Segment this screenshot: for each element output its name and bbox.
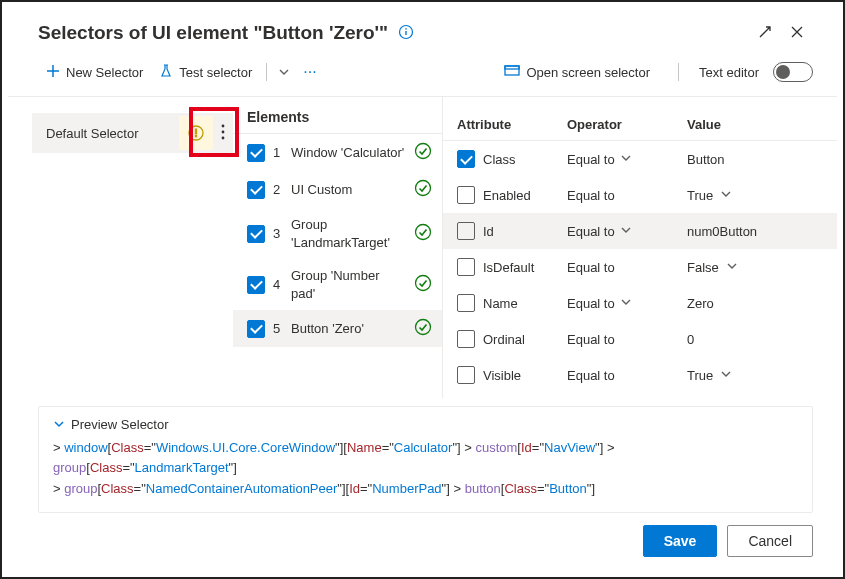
checkbox[interactable] [247, 225, 265, 243]
attribute-value: Zero [687, 296, 714, 311]
check-ok-icon [414, 318, 432, 339]
checkbox[interactable] [247, 144, 265, 162]
element-index: 4 [273, 277, 283, 292]
attribute-row[interactable]: VisibleEqual toTrue [443, 357, 837, 393]
test-selector-chevron[interactable] [273, 56, 295, 88]
dialog-title: Selectors of UI element "Button 'Zero'" [38, 22, 388, 44]
preview-selector-text: > window[Class="Windows.UI.Core.CoreWind… [53, 438, 798, 500]
element-row[interactable]: 2UI Custom [233, 171, 442, 208]
elements-heading: Elements [233, 109, 442, 134]
preview-selector-toggle[interactable]: Preview Selector [53, 417, 798, 432]
selector-item-default[interactable]: Default Selector [32, 113, 233, 153]
checkbox[interactable] [247, 276, 265, 294]
save-button[interactable]: Save [643, 525, 718, 557]
element-label: UI Custom [291, 181, 406, 199]
operator-value: Equal to [567, 368, 615, 383]
preview-selector-heading: Preview Selector [71, 417, 169, 432]
attribute-name: Name [483, 296, 518, 311]
attribute-row[interactable]: EnabledEqual toTrue [443, 177, 837, 213]
close-icon[interactable] [781, 25, 813, 42]
svg-rect-1 [405, 31, 406, 35]
element-row[interactable]: 5Button 'Zero' [233, 310, 442, 347]
svg-rect-2 [405, 28, 406, 29]
operator-value: Equal to [567, 152, 615, 167]
text-editor-toggle[interactable] [773, 62, 813, 82]
plus-icon [46, 64, 60, 81]
checkbox[interactable] [247, 320, 265, 338]
svg-point-14 [416, 276, 431, 291]
attribute-value: num0Button [687, 224, 757, 239]
chevron-down-icon[interactable] [621, 153, 631, 165]
chevron-down-icon[interactable] [721, 189, 731, 201]
checkbox[interactable] [457, 294, 475, 312]
info-icon[interactable] [398, 24, 414, 43]
attribute-value: True [687, 188, 713, 203]
col-attribute: Attribute [457, 117, 567, 132]
attribute-row[interactable]: IdEqual tonum0Button [443, 213, 837, 249]
cancel-button[interactable]: Cancel [727, 525, 813, 557]
check-ok-icon [414, 274, 432, 295]
chevron-down-icon[interactable] [721, 369, 731, 381]
kebab-icon[interactable] [221, 124, 225, 143]
attribute-name: Enabled [483, 188, 531, 203]
chevron-down-icon[interactable] [621, 225, 631, 237]
svg-rect-7 [195, 136, 196, 137]
operator-value: Equal to [567, 224, 615, 239]
check-ok-icon [414, 179, 432, 200]
attribute-name: Ordinal [483, 332, 525, 347]
element-label: Window 'Calculator' [291, 144, 406, 162]
open-screen-selector-button[interactable]: Open screen selector [496, 56, 658, 88]
attribute-name: Visible [483, 368, 521, 383]
attribute-value: False [687, 260, 719, 275]
attribute-value: Button [687, 152, 725, 167]
warning-icon [179, 116, 213, 150]
element-row[interactable]: 3Group 'LandmarkTarget' [233, 208, 442, 259]
new-selector-button[interactable]: New Selector [38, 56, 151, 88]
attribute-row[interactable]: NameEqual toZero [443, 285, 837, 321]
operator-value: Equal to [567, 188, 615, 203]
test-selector-button[interactable]: Test selector [151, 56, 260, 88]
checkbox[interactable] [457, 222, 475, 240]
attribute-row[interactable]: IsDefaultEqual toFalse [443, 249, 837, 285]
attribute-row[interactable]: OrdinalEqual to0 [443, 321, 837, 357]
element-index: 1 [273, 145, 283, 160]
checkbox[interactable] [457, 258, 475, 276]
element-row[interactable]: 1Window 'Calculator' [233, 134, 442, 171]
col-operator: Operator [567, 117, 687, 132]
svg-rect-6 [195, 129, 196, 134]
element-label: Group 'LandmarkTarget' [291, 216, 406, 251]
element-label: Button 'Zero' [291, 320, 406, 338]
attribute-value: 0 [687, 332, 694, 347]
attribute-name: Id [483, 224, 494, 239]
attribute-value: True [687, 368, 713, 383]
more-icon[interactable]: ··· [295, 63, 324, 81]
checkbox[interactable] [457, 186, 475, 204]
screen-icon [504, 64, 520, 81]
attribute-name: Class [483, 152, 516, 167]
svg-rect-4 [505, 66, 519, 69]
checkbox[interactable] [247, 181, 265, 199]
svg-point-11 [416, 144, 431, 159]
element-index: 5 [273, 321, 283, 336]
check-ok-icon [414, 223, 432, 244]
chevron-down-icon[interactable] [621, 297, 631, 309]
chevron-down-icon[interactable] [727, 261, 737, 273]
new-selector-label: New Selector [66, 65, 143, 80]
checkbox[interactable] [457, 150, 475, 168]
selector-item-label: Default Selector [46, 126, 139, 141]
element-row[interactable]: 4Group 'Number pad' [233, 259, 442, 310]
operator-value: Equal to [567, 332, 615, 347]
checkbox[interactable] [457, 330, 475, 348]
attribute-row[interactable]: ClassEqual toButton [443, 141, 837, 177]
text-editor-label: Text editor [699, 65, 759, 80]
svg-point-13 [416, 225, 431, 240]
separator [266, 63, 267, 81]
open-screen-selector-label: Open screen selector [526, 65, 650, 80]
checkbox[interactable] [457, 366, 475, 384]
restore-icon[interactable] [749, 25, 781, 42]
svg-point-12 [416, 181, 431, 196]
attribute-name: IsDefault [483, 260, 534, 275]
operator-value: Equal to [567, 296, 615, 311]
element-index: 2 [273, 182, 283, 197]
col-value: Value [687, 117, 823, 132]
